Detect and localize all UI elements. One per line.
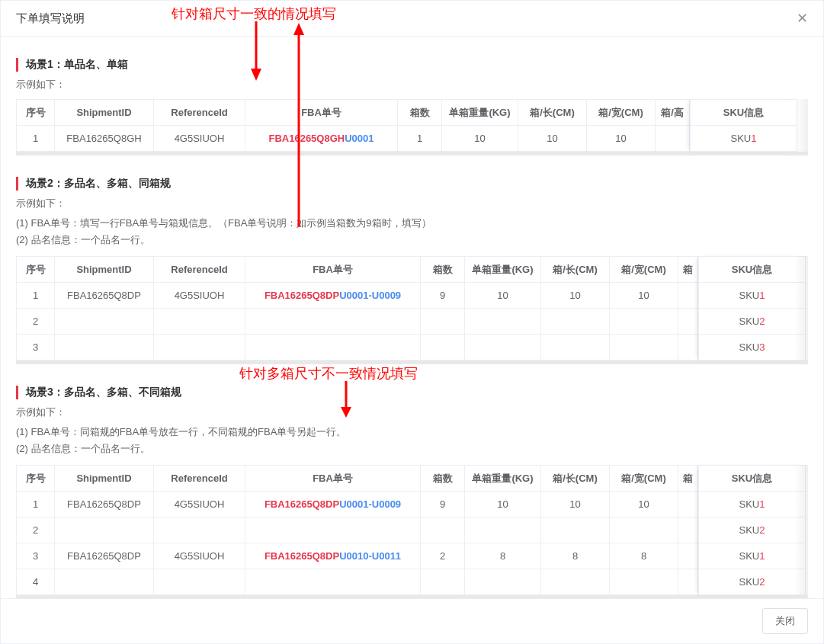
cell-length: 10: [541, 283, 610, 309]
scene-2-note-1: (1) FBA单号：填写一行FBA单号与箱规信息。（FBA单号说明：如示例当箱数…: [16, 215, 808, 232]
scene-3-table-wrap: 序号 ShipmentID ReferenceId FBA单号 箱数 单箱重量(…: [16, 465, 808, 598]
cell-fba-no: FBA16265Q8DPU0010-U0011: [245, 543, 421, 569]
cell-width: 10: [587, 126, 656, 152]
cell-fba-no: FBA16265Q8GHU0001: [245, 126, 398, 152]
cell-width: 10: [610, 492, 678, 517]
cell-seq: 1: [17, 283, 55, 309]
table-row: 2: [17, 517, 698, 543]
cell-seq: 2: [17, 309, 55, 335]
col-length: 箱/长(CM): [518, 100, 587, 126]
col-weight: 单箱重量(KG): [442, 100, 518, 126]
sku-suffix: 1: [751, 133, 756, 144]
col-length: 箱/长(CM): [541, 257, 610, 283]
cell-weight: 10: [442, 126, 518, 152]
table-row: SKU3: [699, 335, 806, 360]
table-row: 3: [17, 335, 698, 360]
scene-3-note-2: (2) 品名信息：一个品名一行。: [16, 441, 808, 457]
scene-1-table-wrap: 序号 ShipmentID ReferenceId FBA单号 箱数 单箱重量(…: [16, 99, 808, 155]
col-fba-no: FBA单号: [245, 100, 398, 126]
col-length: 箱/长(CM): [541, 466, 610, 492]
cell-sku: SKU1: [699, 492, 806, 517]
cell-sku: SKU1: [691, 126, 797, 152]
cell-shipment-id: FBA16265Q8GH: [55, 126, 154, 152]
annotation-bottom: 针对多箱尺寸不一致情况填写: [239, 364, 418, 383]
sku-suffix: 2: [759, 576, 765, 588]
cell-weight: 10: [465, 283, 541, 309]
col-reference-id: ReferenceId: [154, 466, 245, 492]
cell-box-count: 9: [421, 492, 465, 517]
col-height-trunc: 箱: [678, 257, 698, 283]
scene-3-title: 场景3：多品名、多箱、不同箱规: [16, 386, 808, 399]
table-row: SKU1: [699, 543, 806, 569]
cell-sku: SKU2: [699, 569, 806, 595]
fba-prefix: FBA16265Q8DP: [265, 550, 339, 562]
cell-sku: SKU3: [699, 335, 806, 360]
cell-seq: 1: [17, 126, 55, 152]
cell-shipment-id: FBA16265Q8DP: [55, 283, 154, 309]
col-seq: 序号: [17, 257, 55, 283]
cell-reference-id: 4G5SIUOH: [154, 283, 245, 309]
col-seq: 序号: [17, 100, 55, 126]
col-width: 箱/宽(CM): [587, 100, 656, 126]
sku-prefix: SKU: [731, 133, 752, 144]
scene-2-example-label: 示例如下：: [16, 197, 808, 210]
col-fba-no: FBA单号: [245, 466, 421, 492]
scene-3-notes: (1) FBA单号：同箱规的FBA单号放在一行，不同箱规的FBA单号另起一行。 …: [16, 424, 808, 457]
col-seq: 序号: [17, 466, 55, 492]
table-row: SKU1: [699, 283, 806, 309]
scene-2-table-wrap: 序号 ShipmentID ReferenceId FBA单号 箱数 单箱重量(…: [16, 256, 808, 364]
cell-seq: 2: [17, 517, 55, 543]
sku-prefix: SKU: [739, 524, 760, 536]
sku-prefix: SKU: [739, 550, 760, 562]
scene-1-left-table: 序号 ShipmentID ReferenceId FBA单号 箱数 单箱重量(…: [16, 99, 690, 152]
table-row: SKU2: [699, 517, 806, 543]
close-icon[interactable]: ✕: [797, 10, 808, 27]
modal-title: 下单填写说明: [16, 11, 85, 26]
sku-suffix: 1: [759, 498, 765, 510]
table-header: 序号 ShipmentID ReferenceId FBA单号 箱数 单箱重量(…: [17, 466, 698, 492]
col-weight: 单箱重量(KG): [465, 257, 541, 283]
modal-body[interactable]: 针对箱尺寸一致的情况填写 场景1：单品名、单箱 示例如下： 序号 Shipmen…: [1, 37, 823, 598]
scene-3-right-table: SKU信息 SKU1 SKU2 SKU1 SKU2: [698, 465, 806, 595]
col-sku: SKU信息: [691, 100, 797, 126]
scene-3: 场景3：多品名、多箱、不同箱规: [16, 386, 808, 399]
col-width: 箱/宽(CM): [610, 257, 678, 283]
cell-length: 8: [541, 543, 610, 569]
table-header: SKU信息: [699, 466, 806, 492]
cell-reference-id: 4G5SIUOH: [154, 543, 245, 569]
cell-height: [678, 492, 698, 517]
scene-2-title: 场景2：多品名、多箱、同箱规: [16, 177, 808, 191]
table-header: 序号 ShipmentID ReferenceId FBA单号 箱数 单箱重量(…: [17, 257, 698, 283]
cell-box-count: 9: [421, 283, 465, 309]
cell-seq: 4: [17, 569, 55, 595]
table-row: SKU2: [699, 309, 806, 335]
cell-shipment-id: FBA16265Q8DP: [55, 492, 154, 517]
cell-sku: SKU1: [699, 283, 806, 309]
sku-prefix: SKU: [739, 290, 760, 301]
table-row: SKU1: [699, 492, 806, 517]
cell-weight: 8: [465, 543, 541, 569]
col-shipment-id: ShipmentID: [55, 466, 154, 492]
col-reference-id: ReferenceId: [154, 257, 245, 283]
col-box-count: 箱数: [398, 100, 442, 126]
fba-prefix: FBA16265Q8DP: [265, 498, 339, 510]
cell-reference-id: 4G5SIUOH: [154, 126, 245, 152]
table-row: SKU2: [699, 569, 806, 595]
close-button[interactable]: 关闭: [762, 608, 808, 634]
cell-sku: SKU2: [699, 309, 806, 335]
fba-suffix: U0001-U0009: [339, 498, 401, 510]
scene-2-right-table: SKU信息 SKU1 SKU2 SKU3: [698, 256, 806, 360]
scene-1-title: 场景1：单品名、单箱: [16, 58, 808, 72]
scene-3-note-1: (1) FBA单号：同箱规的FBA单号放在一行，不同箱规的FBA单号另起一行。: [16, 424, 808, 441]
sku-suffix: 1: [759, 290, 765, 301]
col-sku: SKU信息: [699, 466, 806, 492]
scene-1-right-table: SKU信息 SKU1: [690, 99, 797, 152]
fba-suffix: U0001-U0009: [339, 290, 401, 301]
cell-box-count: 2: [421, 543, 465, 569]
col-fba-no: FBA单号: [245, 257, 421, 283]
col-box-count: 箱数: [421, 257, 465, 283]
cell-length: 10: [541, 492, 610, 517]
fba-suffix: U0001: [345, 133, 374, 144]
col-shipment-id: ShipmentID: [55, 257, 154, 283]
table-header: 序号 ShipmentID ReferenceId FBA单号 箱数 单箱重量(…: [17, 100, 690, 126]
